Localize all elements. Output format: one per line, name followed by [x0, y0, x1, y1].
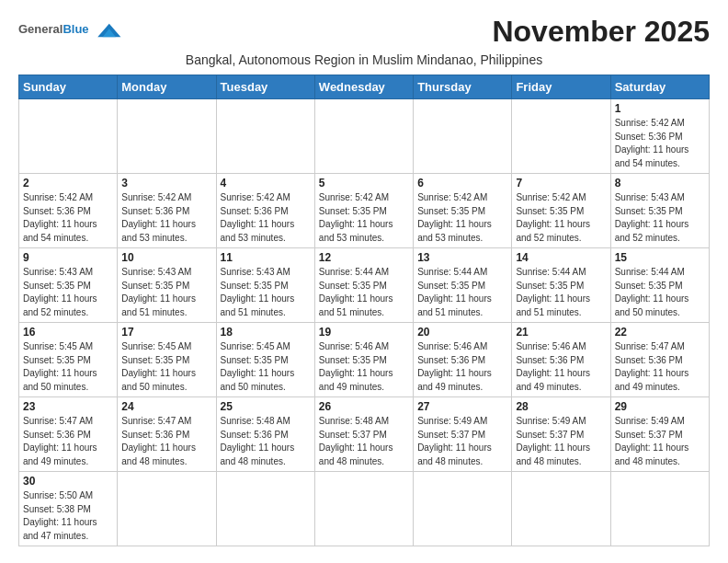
- calendar-day-cell: 20Sunrise: 5:46 AM Sunset: 5:36 PM Dayli…: [414, 323, 512, 397]
- calendar-day-cell: 12Sunrise: 5:44 AM Sunset: 5:35 PM Dayli…: [314, 248, 413, 323]
- day-info: Sunrise: 5:43 AM Sunset: 5:35 PM Dayligh…: [23, 266, 113, 319]
- day-number: 12: [319, 251, 409, 264]
- day-number: 9: [23, 251, 113, 264]
- calendar-header: SundayMondayTuesdayWednesdayThursdayFrid…: [19, 75, 710, 99]
- day-number: 19: [319, 326, 409, 339]
- calendar-week-row: 1Sunrise: 5:42 AM Sunset: 5:36 PM Daylig…: [19, 99, 710, 174]
- day-info: Sunrise: 5:42 AM Sunset: 5:35 PM Dayligh…: [516, 191, 606, 245]
- day-number: 14: [516, 251, 606, 264]
- calendar-day-cell: 14Sunrise: 5:44 AM Sunset: 5:35 PM Dayli…: [512, 248, 610, 323]
- day-number: 30: [23, 475, 113, 488]
- day-number: 18: [221, 326, 311, 339]
- calendar-day-cell: [512, 472, 610, 546]
- calendar-day-cell: 17Sunrise: 5:45 AM Sunset: 5:35 PM Dayli…: [118, 323, 216, 397]
- day-of-week-header: Monday: [118, 75, 216, 99]
- day-number: 6: [417, 177, 507, 190]
- calendar-table: SundayMondayTuesdayWednesdayThursdayFrid…: [18, 75, 710, 546]
- calendar-day-cell: [216, 99, 314, 174]
- calendar-day-cell: 22Sunrise: 5:47 AM Sunset: 5:36 PM Dayli…: [610, 323, 709, 397]
- calendar-day-cell: 8Sunrise: 5:43 AM Sunset: 5:35 PM Daylig…: [610, 174, 709, 248]
- calendar-day-cell: [216, 472, 314, 546]
- day-of-week-header: Wednesday: [314, 75, 413, 99]
- day-info: Sunrise: 5:49 AM Sunset: 5:37 PM Dayligh…: [615, 415, 705, 468]
- day-of-week-header: Saturday: [610, 75, 709, 99]
- logo-svg-icon: [91, 20, 124, 40]
- day-info: Sunrise: 5:49 AM Sunset: 5:37 PM Dayligh…: [516, 415, 606, 468]
- day-number: 16: [23, 326, 113, 339]
- day-of-week-header: Tuesday: [216, 75, 314, 99]
- day-number: 8: [615, 177, 705, 190]
- calendar-body: 1Sunrise: 5:42 AM Sunset: 5:36 PM Daylig…: [19, 99, 710, 546]
- day-info: Sunrise: 5:49 AM Sunset: 5:37 PM Dayligh…: [417, 415, 507, 468]
- calendar-day-cell: 15Sunrise: 5:44 AM Sunset: 5:35 PM Dayli…: [610, 248, 709, 323]
- day-info: Sunrise: 5:42 AM Sunset: 5:36 PM Dayligh…: [121, 191, 211, 245]
- day-of-week-header: Sunday: [19, 75, 118, 99]
- calendar-day-cell: [414, 99, 512, 174]
- day-number: 21: [516, 326, 606, 339]
- calendar-week-row: 9Sunrise: 5:43 AM Sunset: 5:35 PM Daylig…: [19, 248, 710, 323]
- calendar-day-cell: [610, 472, 709, 546]
- calendar-day-cell: [512, 99, 610, 174]
- calendar-week-row: 2Sunrise: 5:42 AM Sunset: 5:36 PM Daylig…: [19, 174, 710, 248]
- day-info: Sunrise: 5:44 AM Sunset: 5:35 PM Dayligh…: [516, 266, 606, 319]
- day-info: Sunrise: 5:42 AM Sunset: 5:36 PM Dayligh…: [221, 191, 311, 245]
- day-info: Sunrise: 5:43 AM Sunset: 5:35 PM Dayligh…: [615, 191, 705, 245]
- logo-text: GeneralBlue: [18, 23, 89, 36]
- calendar-day-cell: 6Sunrise: 5:42 AM Sunset: 5:35 PM Daylig…: [414, 174, 512, 248]
- header-row: SundayMondayTuesdayWednesdayThursdayFrid…: [19, 75, 710, 99]
- day-info: Sunrise: 5:42 AM Sunset: 5:35 PM Dayligh…: [319, 191, 409, 245]
- day-number: 13: [417, 251, 507, 264]
- calendar-day-cell: 19Sunrise: 5:46 AM Sunset: 5:35 PM Dayli…: [314, 323, 413, 397]
- day-number: 15: [615, 251, 705, 264]
- day-info: Sunrise: 5:42 AM Sunset: 5:35 PM Dayligh…: [417, 191, 507, 245]
- calendar-day-cell: 26Sunrise: 5:48 AM Sunset: 5:37 PM Dayli…: [314, 397, 413, 472]
- calendar-day-cell: [314, 99, 413, 174]
- day-info: Sunrise: 5:46 AM Sunset: 5:35 PM Dayligh…: [319, 340, 409, 394]
- day-number: 11: [221, 251, 311, 264]
- day-info: Sunrise: 5:42 AM Sunset: 5:36 PM Dayligh…: [615, 117, 705, 170]
- day-info: Sunrise: 5:46 AM Sunset: 5:36 PM Dayligh…: [516, 340, 606, 394]
- calendar-day-cell: 29Sunrise: 5:49 AM Sunset: 5:37 PM Dayli…: [610, 397, 709, 472]
- day-number: 4: [221, 177, 311, 190]
- day-info: Sunrise: 5:47 AM Sunset: 5:36 PM Dayligh…: [121, 415, 211, 468]
- day-info: Sunrise: 5:47 AM Sunset: 5:36 PM Dayligh…: [23, 415, 113, 468]
- calendar-day-cell: [414, 472, 512, 546]
- day-info: Sunrise: 5:44 AM Sunset: 5:35 PM Dayligh…: [615, 266, 705, 319]
- day-info: Sunrise: 5:45 AM Sunset: 5:35 PM Dayligh…: [121, 340, 211, 394]
- day-info: Sunrise: 5:50 AM Sunset: 5:38 PM Dayligh…: [23, 489, 113, 543]
- day-info: Sunrise: 5:43 AM Sunset: 5:35 PM Dayligh…: [221, 266, 311, 319]
- day-number: 7: [516, 177, 606, 190]
- day-info: Sunrise: 5:42 AM Sunset: 5:36 PM Dayligh…: [23, 191, 113, 245]
- calendar-day-cell: 30Sunrise: 5:50 AM Sunset: 5:38 PM Dayli…: [19, 472, 118, 546]
- calendar-day-cell: [314, 472, 413, 546]
- calendar-day-cell: 7Sunrise: 5:42 AM Sunset: 5:35 PM Daylig…: [512, 174, 610, 248]
- calendar-day-cell: 1Sunrise: 5:42 AM Sunset: 5:36 PM Daylig…: [610, 99, 709, 174]
- day-number: 20: [417, 326, 507, 339]
- day-info: Sunrise: 5:48 AM Sunset: 5:37 PM Dayligh…: [319, 415, 409, 468]
- day-of-week-header: Friday: [512, 75, 610, 99]
- calendar-day-cell: 5Sunrise: 5:42 AM Sunset: 5:35 PM Daylig…: [314, 174, 413, 248]
- day-number: 1: [615, 102, 705, 115]
- day-number: 2: [23, 177, 113, 190]
- calendar-day-cell: 11Sunrise: 5:43 AM Sunset: 5:35 PM Dayli…: [216, 248, 314, 323]
- calendar-week-row: 23Sunrise: 5:47 AM Sunset: 5:36 PM Dayli…: [19, 397, 710, 472]
- day-number: 24: [121, 400, 211, 413]
- header: GeneralBlue November 2025: [18, 15, 710, 49]
- calendar-day-cell: 9Sunrise: 5:43 AM Sunset: 5:35 PM Daylig…: [19, 248, 118, 323]
- calendar-day-cell: [118, 99, 216, 174]
- calendar-day-cell: 13Sunrise: 5:44 AM Sunset: 5:35 PM Dayli…: [414, 248, 512, 323]
- day-number: 3: [121, 177, 211, 190]
- day-info: Sunrise: 5:45 AM Sunset: 5:35 PM Dayligh…: [23, 340, 113, 394]
- calendar-day-cell: 25Sunrise: 5:48 AM Sunset: 5:36 PM Dayli…: [216, 397, 314, 472]
- calendar-day-cell: 24Sunrise: 5:47 AM Sunset: 5:36 PM Dayli…: [118, 397, 216, 472]
- day-number: 23: [23, 400, 113, 413]
- calendar-day-cell: 3Sunrise: 5:42 AM Sunset: 5:36 PM Daylig…: [118, 174, 216, 248]
- day-number: 29: [615, 400, 705, 413]
- calendar-week-row: 30Sunrise: 5:50 AM Sunset: 5:38 PM Dayli…: [19, 472, 710, 546]
- calendar-day-cell: 21Sunrise: 5:46 AM Sunset: 5:36 PM Dayli…: [512, 323, 610, 397]
- calendar-week-row: 16Sunrise: 5:45 AM Sunset: 5:35 PM Dayli…: [19, 323, 710, 397]
- calendar-day-cell: 28Sunrise: 5:49 AM Sunset: 5:37 PM Dayli…: [512, 397, 610, 472]
- calendar-day-cell: [19, 99, 118, 174]
- calendar-day-cell: 4Sunrise: 5:42 AM Sunset: 5:36 PM Daylig…: [216, 174, 314, 248]
- calendar-day-cell: 2Sunrise: 5:42 AM Sunset: 5:36 PM Daylig…: [19, 174, 118, 248]
